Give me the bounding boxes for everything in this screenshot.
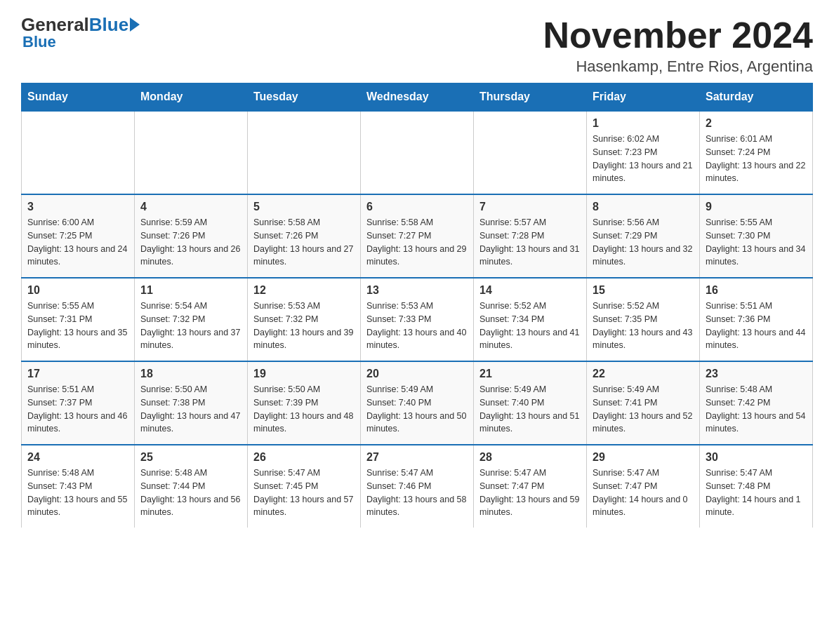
calendar-cell: 25Sunrise: 5:48 AM Sunset: 7:44 PM Dayli… (135, 445, 248, 528)
calendar-week-row: 17Sunrise: 5:51 AM Sunset: 7:37 PM Dayli… (22, 361, 813, 445)
calendar-cell: 26Sunrise: 5:47 AM Sunset: 7:45 PM Dayli… (248, 445, 361, 528)
day-info: Sunrise: 6:02 AM Sunset: 7:23 PM Dayligh… (593, 133, 694, 185)
day-info: Sunrise: 5:47 AM Sunset: 7:46 PM Dayligh… (366, 467, 468, 519)
day-header-thursday: Thursday (474, 83, 587, 112)
day-number: 7 (479, 201, 581, 213)
calendar-cell: 24Sunrise: 5:48 AM Sunset: 7:43 PM Dayli… (22, 445, 135, 528)
calendar-cell: 16Sunrise: 5:51 AM Sunset: 7:36 PM Dayli… (700, 278, 813, 361)
calendar-cell: 21Sunrise: 5:49 AM Sunset: 7:40 PM Dayli… (474, 361, 587, 445)
logo: General Blue Blue (21, 14, 140, 51)
calendar-cell (248, 111, 361, 194)
calendar-cell (361, 111, 474, 194)
calendar-week-row: 24Sunrise: 5:48 AM Sunset: 7:43 PM Dayli… (22, 445, 813, 528)
day-info: Sunrise: 5:50 AM Sunset: 7:39 PM Dayligh… (253, 383, 355, 436)
calendar-cell: 11Sunrise: 5:54 AM Sunset: 7:32 PM Dayli… (135, 278, 248, 361)
logo-arrow-icon (130, 18, 140, 32)
day-info: Sunrise: 5:47 AM Sunset: 7:48 PM Dayligh… (706, 467, 807, 519)
day-info: Sunrise: 5:48 AM Sunset: 7:42 PM Dayligh… (706, 383, 807, 436)
calendar-cell: 30Sunrise: 5:47 AM Sunset: 7:48 PM Dayli… (700, 445, 813, 528)
calendar-cell: 10Sunrise: 5:55 AM Sunset: 7:31 PM Dayli… (22, 278, 135, 361)
day-number: 14 (479, 284, 581, 297)
day-info: Sunrise: 5:58 AM Sunset: 7:27 PM Dayligh… (366, 216, 468, 269)
calendar-cell: 20Sunrise: 5:49 AM Sunset: 7:40 PM Dayli… (361, 361, 474, 445)
day-info: Sunrise: 5:57 AM Sunset: 7:28 PM Dayligh… (479, 216, 581, 269)
calendar-cell: 15Sunrise: 5:52 AM Sunset: 7:35 PM Dayli… (587, 278, 700, 361)
day-header-tuesday: Tuesday (248, 83, 361, 112)
calendar-cell: 19Sunrise: 5:50 AM Sunset: 7:39 PM Dayli… (248, 361, 361, 445)
day-header-saturday: Saturday (700, 83, 813, 112)
calendar-cell: 13Sunrise: 5:53 AM Sunset: 7:33 PM Dayli… (361, 278, 474, 361)
title-section: November 2024 Hasenkamp, Entre Rios, Arg… (543, 14, 813, 76)
day-number: 25 (140, 451, 241, 464)
day-info: Sunrise: 5:48 AM Sunset: 7:44 PM Dayligh… (140, 467, 241, 519)
calendar-cell: 5Sunrise: 5:58 AM Sunset: 7:26 PM Daylig… (248, 194, 361, 278)
calendar-cell: 28Sunrise: 5:47 AM Sunset: 7:47 PM Dayli… (474, 445, 587, 528)
day-number: 11 (140, 284, 241, 297)
day-info: Sunrise: 5:54 AM Sunset: 7:32 PM Dayligh… (140, 300, 241, 352)
month-title: November 2024 (543, 14, 813, 56)
calendar-cell: 7Sunrise: 5:57 AM Sunset: 7:28 PM Daylig… (474, 194, 587, 278)
calendar-cell: 3Sunrise: 6:00 AM Sunset: 7:25 PM Daylig… (22, 194, 135, 278)
day-number: 13 (366, 284, 468, 297)
calendar-cell: 18Sunrise: 5:50 AM Sunset: 7:38 PM Dayli… (135, 361, 248, 445)
location: Hasenkamp, Entre Rios, Argentina (543, 58, 813, 76)
calendar-cell: 8Sunrise: 5:56 AM Sunset: 7:29 PM Daylig… (587, 194, 700, 278)
calendar-cell: 17Sunrise: 5:51 AM Sunset: 7:37 PM Dayli… (22, 361, 135, 445)
day-number: 21 (479, 368, 581, 380)
day-number: 10 (27, 284, 128, 297)
calendar-cell (135, 111, 248, 194)
day-number: 8 (593, 201, 694, 213)
day-info: Sunrise: 5:59 AM Sunset: 7:26 PM Dayligh… (140, 216, 241, 269)
day-number: 6 (366, 201, 468, 213)
calendar-cell: 22Sunrise: 5:49 AM Sunset: 7:41 PM Dayli… (587, 361, 700, 445)
day-info: Sunrise: 5:50 AM Sunset: 7:38 PM Dayligh… (140, 383, 241, 436)
day-number: 2 (706, 117, 807, 130)
day-number: 1 (593, 117, 694, 130)
day-info: Sunrise: 5:49 AM Sunset: 7:41 PM Dayligh… (593, 383, 694, 436)
day-number: 15 (593, 284, 694, 297)
calendar-week-row: 1Sunrise: 6:02 AM Sunset: 7:23 PM Daylig… (22, 111, 813, 194)
calendar-cell (22, 111, 135, 194)
calendar-week-row: 3Sunrise: 6:00 AM Sunset: 7:25 PM Daylig… (22, 194, 813, 278)
calendar-week-row: 10Sunrise: 5:55 AM Sunset: 7:31 PM Dayli… (22, 278, 813, 361)
day-number: 19 (253, 368, 355, 380)
day-info: Sunrise: 5:49 AM Sunset: 7:40 PM Dayligh… (479, 383, 581, 436)
calendar-cell: 12Sunrise: 5:53 AM Sunset: 7:32 PM Dayli… (248, 278, 361, 361)
day-info: Sunrise: 5:53 AM Sunset: 7:33 PM Dayligh… (366, 300, 468, 352)
calendar-cell: 27Sunrise: 5:47 AM Sunset: 7:46 PM Dayli… (361, 445, 474, 528)
day-number: 17 (27, 368, 128, 380)
day-number: 16 (706, 284, 807, 297)
calendar-cell (474, 111, 587, 194)
day-number: 27 (366, 451, 468, 464)
day-header-wednesday: Wednesday (361, 83, 474, 112)
calendar-cell: 29Sunrise: 5:47 AM Sunset: 7:47 PM Dayli… (587, 445, 700, 528)
day-number: 3 (27, 201, 128, 213)
day-info: Sunrise: 5:47 AM Sunset: 7:47 PM Dayligh… (479, 467, 581, 519)
day-info: Sunrise: 5:55 AM Sunset: 7:30 PM Dayligh… (706, 216, 807, 269)
day-info: Sunrise: 5:56 AM Sunset: 7:29 PM Dayligh… (593, 216, 694, 269)
day-info: Sunrise: 5:53 AM Sunset: 7:32 PM Dayligh… (253, 300, 355, 352)
logo-blue: Blue (89, 14, 128, 36)
calendar-cell: 2Sunrise: 6:01 AM Sunset: 7:24 PM Daylig… (700, 111, 813, 194)
calendar-cell: 9Sunrise: 5:55 AM Sunset: 7:30 PM Daylig… (700, 194, 813, 278)
day-info: Sunrise: 5:49 AM Sunset: 7:40 PM Dayligh… (366, 383, 468, 436)
calendar-cell: 14Sunrise: 5:52 AM Sunset: 7:34 PM Dayli… (474, 278, 587, 361)
day-number: 9 (706, 201, 807, 213)
day-info: Sunrise: 5:51 AM Sunset: 7:37 PM Dayligh… (27, 383, 128, 436)
calendar-header-row: SundayMondayTuesdayWednesdayThursdayFrid… (22, 83, 813, 112)
day-number: 4 (140, 201, 241, 213)
day-number: 5 (253, 201, 355, 213)
day-number: 29 (593, 451, 694, 464)
day-number: 24 (27, 451, 128, 464)
day-number: 22 (593, 368, 694, 380)
day-info: Sunrise: 5:48 AM Sunset: 7:43 PM Dayligh… (27, 467, 128, 519)
calendar-cell: 6Sunrise: 5:58 AM Sunset: 7:27 PM Daylig… (361, 194, 474, 278)
day-header-sunday: Sunday (22, 83, 135, 112)
logo-subtitle: Blue (22, 33, 56, 51)
day-number: 20 (366, 368, 468, 380)
day-number: 30 (706, 451, 807, 464)
day-info: Sunrise: 5:51 AM Sunset: 7:36 PM Dayligh… (706, 300, 807, 352)
calendar-cell: 1Sunrise: 6:02 AM Sunset: 7:23 PM Daylig… (587, 111, 700, 194)
day-number: 26 (253, 451, 355, 464)
day-info: Sunrise: 5:58 AM Sunset: 7:26 PM Dayligh… (253, 216, 355, 269)
